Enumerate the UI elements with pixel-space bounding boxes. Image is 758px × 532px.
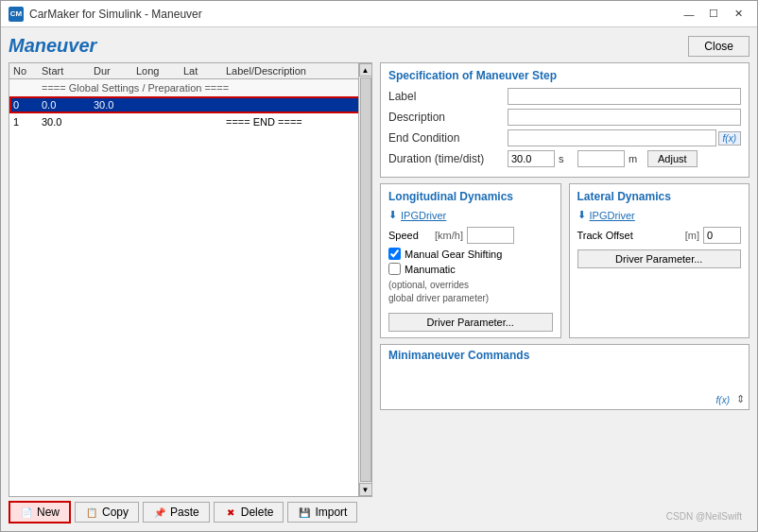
minimaneuver-scroll-icon: ⇕ — [736, 393, 745, 405]
watermark: CSDN @NeilSwift — [659, 509, 749, 523]
optional-text: (optional, overridesglobal driver parame… — [388, 279, 553, 305]
dynamics-row: Longitudinal Dynamics ⬇ IPGDriver Speed … — [380, 183, 749, 338]
speed-unit: [km/h] — [435, 230, 463, 241]
close-button[interactable]: Close — [688, 36, 749, 57]
content-area: Maneuver Close No Start Dur Long Lat Lab… — [1, 27, 757, 531]
duration-unit-s: s — [559, 153, 574, 164]
duration-row: Duration (time/dist) s m Adjust — [388, 150, 741, 167]
minimaneuver-title: Minimaneuver Commands — [388, 349, 741, 362]
speed-row: Speed [km/h] — [388, 227, 553, 244]
bottom-buttons: 📄 New 📋 Copy 📌 Paste ✖ Delete — [9, 501, 372, 523]
track-offset-row: Track Offset [m] — [577, 227, 742, 244]
col-no-header: No — [13, 65, 42, 77]
adjust-button[interactable]: Adjust — [647, 150, 698, 167]
scroll-thumb[interactable] — [360, 77, 371, 482]
new-icon: 📄 — [20, 506, 33, 519]
copy-icon: 📋 — [85, 506, 98, 519]
minimaneuver-fx: f(x) — [716, 395, 730, 405]
label-row: Label — [388, 88, 741, 105]
col-label-header: Label/Description — [226, 65, 368, 77]
table-row-0[interactable]: 0 0.0 30.0 — [9, 96, 371, 113]
lateral-driver-label[interactable]: IPGDriver — [590, 210, 635, 221]
title-bar-controls: — ☐ ✕ — [678, 6, 749, 23]
table-row-1[interactable]: 1 30.0 ==== END ==== — [9, 113, 371, 130]
spec-panel-title: Specification of Maneuver Step — [388, 69, 741, 82]
end-condition-field-label: End Condition — [388, 131, 502, 145]
col-dur-header: Dur — [94, 65, 136, 77]
longitudinal-title: Longitudinal Dynamics — [388, 190, 553, 203]
lateral-title: Lateral Dynamics — [577, 190, 742, 203]
manumatic-row: Manumatic — [388, 263, 553, 275]
end-condition-input[interactable] — [508, 129, 716, 146]
table-body: ==== Global Settings / Preparation ==== … — [9, 79, 371, 491]
manual-gear-row: Manual Gear Shifting — [388, 248, 553, 260]
group-header-label: ==== Global Settings / Preparation ==== — [42, 82, 368, 94]
scroll-up-arrow[interactable]: ▲ — [359, 63, 372, 77]
duration-field-label: Duration (time/dist) — [388, 152, 502, 165]
lateral-driver-row: ⬇ IPGDriver — [577, 209, 742, 221]
page-title: Maneuver — [9, 35, 96, 57]
table-header: No Start Dur Long Lat Label/Description — [9, 63, 371, 79]
label-field-label: Label — [388, 90, 502, 103]
longitudinal-driver-label[interactable]: IPGDriver — [401, 210, 446, 221]
end-condition-container: f(x) — [508, 129, 741, 146]
longitudinal-driver-row: ⬇ IPGDriver — [388, 209, 553, 221]
lateral-panel: Lateral Dynamics ⬇ IPGDriver Track Offse… — [569, 183, 750, 338]
description-row: Description — [388, 109, 741, 126]
duration-input[interactable] — [508, 150, 555, 167]
description-input[interactable] — [508, 109, 741, 126]
manumatic-checkbox[interactable] — [388, 263, 401, 275]
table-scrollbar[interactable]: ▲ ▼ — [358, 63, 371, 496]
import-icon: 💾 — [298, 506, 311, 519]
window-title: CarMaker for Simulink - Maneuver — [29, 8, 202, 21]
window-close-button[interactable]: ✕ — [727, 6, 749, 23]
new-button[interactable]: 📄 New — [9, 501, 71, 523]
delete-icon: ✖ — [224, 506, 237, 519]
left-panel: No Start Dur Long Lat Label/Description … — [9, 62, 372, 523]
download-icon-longitudinal: ⬇ — [388, 209, 397, 221]
longitudinal-driver-param-button[interactable]: Driver Parameter... — [388, 313, 553, 332]
scroll-down-arrow[interactable]: ▼ — [359, 483, 372, 496]
paste-icon: 📌 — [153, 506, 166, 519]
header-row: Maneuver Close — [9, 35, 749, 57]
table-row-group-header[interactable]: ==== Global Settings / Preparation ==== — [9, 79, 371, 96]
lateral-driver-param-button[interactable]: Driver Parameter... — [577, 249, 742, 268]
main-window: CM CarMaker for Simulink - Maneuver — ☐ … — [0, 0, 758, 532]
longitudinal-panel: Longitudinal Dynamics ⬇ IPGDriver Speed … — [380, 183, 561, 338]
delete-button[interactable]: ✖ Delete — [214, 502, 284, 523]
minimize-button[interactable]: — — [678, 6, 700, 23]
speed-label: Speed — [388, 230, 431, 241]
manumatic-label: Manumatic — [405, 264, 456, 275]
end-condition-row: End Condition f(x) — [388, 129, 741, 146]
col-start-header: Start — [42, 65, 94, 77]
manual-gear-label: Manual Gear Shifting — [405, 249, 502, 260]
duration-m-input[interactable] — [577, 150, 625, 167]
col-lat-header: Lat — [183, 65, 226, 77]
track-offset-label: Track Offset — [577, 230, 681, 241]
title-bar-left: CM CarMaker for Simulink - Maneuver — [9, 7, 202, 22]
speed-input[interactable] — [467, 227, 514, 244]
copy-button[interactable]: 📋 Copy — [75, 502, 139, 523]
label-input[interactable] — [508, 88, 741, 105]
right-panel: Specification of Maneuver Step Label Des… — [380, 62, 749, 523]
duration-unit-m: m — [629, 153, 644, 164]
maneuver-table-container: No Start Dur Long Lat Label/Description … — [9, 62, 372, 497]
fx-badge: f(x) — [718, 131, 741, 146]
download-icon-lateral: ⬇ — [577, 209, 586, 221]
title-bar: CM CarMaker for Simulink - Maneuver — ☐ … — [1, 1, 757, 27]
col-long-header: Long — [136, 65, 183, 77]
paste-button[interactable]: 📌 Paste — [143, 502, 210, 523]
spec-panel: Specification of Maneuver Step Label Des… — [380, 62, 749, 178]
description-field-label: Description — [388, 111, 502, 124]
import-button[interactable]: 💾 Import — [287, 502, 357, 523]
track-unit: [m] — [685, 230, 699, 241]
manual-gear-checkbox[interactable] — [388, 248, 401, 260]
main-layout: No Start Dur Long Lat Label/Description … — [9, 62, 749, 523]
minimaneuver-panel: Minimaneuver Commands f(x) ⇕ — [380, 344, 749, 410]
track-offset-input[interactable] — [703, 227, 741, 244]
maximize-button[interactable]: ☐ — [702, 6, 725, 23]
app-icon: CM — [9, 7, 24, 22]
